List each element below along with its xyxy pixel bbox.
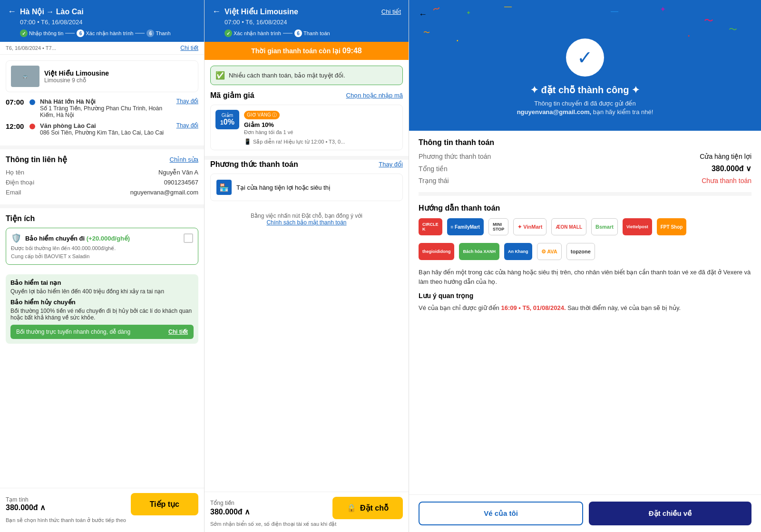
p2-price-info: Tổng tiền 380.000đ ∧	[210, 500, 250, 516]
step-1: ✓ Nhập thông tin	[20, 29, 63, 37]
ava-logo: ⚙ AVA	[537, 243, 562, 260]
discount-badge: Giảm 10%	[215, 110, 239, 129]
arrival-time: 12:00	[6, 122, 25, 130]
step1-label: Nhập thông tin	[29, 30, 63, 37]
phone-row: Điện thoại 0901234567	[6, 179, 198, 186]
topzone-logo: topzone	[566, 243, 595, 260]
discount-header: Mã giảm giá Chọn hoặc nhập mã	[210, 91, 403, 100]
continue-button[interactable]: Tiếp tục	[131, 493, 198, 515]
guide-section: Hướng dẫn thanh toán CIRCLEK ≡ FamilyMar…	[419, 203, 751, 313]
insurance-detail-card: Bảo hiểm tai nạn Quyền lợi bảo hiểm lên …	[6, 274, 198, 344]
family-mart-logo: ≡ FamilyMart	[447, 218, 484, 235]
payment-method-section: Phương thức thanh toán Thay đổi 🏪 Tại cử…	[205, 160, 409, 207]
payment-method-icon: 🏪	[216, 180, 232, 195]
insurance-header: 🛡️ Bảo hiểm chuyến đi (+20.000đ/ghế)	[11, 233, 193, 243]
bus-info: Việt Hiểu Limousine Limousine 9 chỗ	[44, 69, 109, 84]
discount-timer-text: Sắp diễn ra! Hiệu lực từ 12:00 • T3, 0..…	[253, 139, 345, 145]
total-row: Tổng tiền 380.000đ ∨	[419, 164, 751, 173]
change-arrival-btn[interactable]: Thay đổi	[176, 122, 198, 129]
chi-tiet-link-top[interactable]: Chi tiết	[180, 45, 198, 51]
price-value: 380.000đ ∧	[6, 503, 46, 512]
p3-back-icon[interactable]: ←	[419, 10, 427, 19]
panel2-back-icon[interactable]: ←	[212, 7, 221, 17]
panel-trip-info: ← Hà Nội → Lào Cai 07:00 • T6, 16/08/202…	[0, 0, 205, 532]
bus-image: 🚌	[11, 66, 39, 87]
discount-info: GIỜ VÀNG ⓘ Giảm 10% Đơn hàng tối đa 1 vé…	[244, 110, 398, 145]
step2-dot: 6	[77, 29, 84, 37]
p2-step-2: 6 Thanh toán	[294, 29, 330, 37]
security-notice: ✅ Nhiều cách thanh toán, bảo mật tuyệt đ…	[210, 66, 403, 85]
partial-bus-item: T6, 16/08/2024 • T7... Chi tiết	[0, 42, 204, 55]
arrival-dot	[29, 124, 35, 129]
step2-label: Xác nhận hành trình	[86, 30, 133, 37]
edit-contact-btn[interactable]: Chỉnh sửa	[170, 156, 198, 163]
book-button[interactable]: 🔒 Đặt chỗ	[332, 497, 403, 519]
bus-name: Việt Hiểu Limousine	[44, 69, 109, 77]
cancel-title: Bảo hiểm hủy chuyến	[10, 299, 194, 306]
p2-divider	[205, 156, 409, 160]
insurance-detail-btn[interactable]: Chi tiết	[168, 329, 188, 335]
viettelpost-logo: Viettelpost	[623, 218, 652, 235]
insurance-checkbox[interactable]	[184, 233, 193, 243]
total-label: Tổng tiền	[419, 165, 448, 173]
discount-card[interactable]: Giảm 10% GIỜ VÀNG ⓘ Giảm 10% Đơn hàng tố…	[210, 105, 403, 150]
back-icon[interactable]: ←	[8, 7, 16, 17]
panel1-subtitle: 07:00 • T6, 16/08/2024	[20, 19, 196, 26]
bus-type: Limousine 9 chỗ	[44, 77, 109, 84]
step-2: 6 Xác nhận hành trình	[77, 29, 133, 37]
method-value: Cửa hàng tiện lợi	[700, 153, 751, 160]
discount-timer-row: 📱 Sắp diễn ra! Hiệu lực từ 12:00 • T3, 0…	[244, 138, 398, 145]
panel2-detail-link[interactable]: Chi tiết	[381, 8, 401, 15]
p2-step2-label: Thanh toán	[303, 30, 330, 36]
accident-title: Bảo hiểm tai nạn	[10, 279, 194, 286]
departure-station: Nhà Hát lớn Hà Nội	[40, 98, 172, 105]
status-label: Trạng thái	[419, 177, 449, 184]
discount-select-link[interactable]: Chọn hoặc nhập mã	[346, 92, 403, 99]
panel2-content: ✅ Nhiều cách thanh toán, bảo mật tuyệt đ…	[205, 60, 409, 532]
panel-success: 〜 ✦ — 〜 ✦ — 〜 〜 • • ← ✓ ✦ đặt chỗ thành …	[409, 0, 761, 532]
an-khang-logo: An Khang	[504, 243, 532, 260]
important-text: Vé của bạn chỉ được giữ đến 16:09 • T5, …	[419, 303, 751, 313]
bsmart-logo: Bsmart	[591, 218, 618, 235]
departure-dot	[29, 99, 35, 105]
status-value: Chưa thanh toán	[702, 177, 751, 184]
my-ticket-button[interactable]: Vé của tôi	[419, 502, 583, 525]
step-3: 6 Thanh	[146, 29, 170, 37]
p3-header-top: ←	[419, 10, 751, 19]
policy-link[interactable]: Chính sách bảo mật thanh toán	[266, 219, 346, 226]
p2-step2-dot: 6	[294, 29, 302, 37]
p2-step1-dot: ✓	[224, 29, 232, 37]
method-row: Phương thức thanh toán Cửa hàng tiện lợi	[419, 153, 751, 160]
cancel-desc: Bồi thường 100% tiền vé nếu chuyến đi bị…	[10, 308, 194, 321]
p3-divider	[419, 192, 751, 196]
route-section: 07:00 Nhà Hát lớn Hà Nội Số 1 Tràng Tiền…	[0, 98, 204, 145]
arrival-row: 12:00 Văn phòng Lào Cai 086 Soi Tiên, Ph…	[6, 122, 198, 136]
payment-timer: Thời gian thanh toán còn lại 09:48	[205, 42, 409, 60]
panel2-bottom-bar: Tổng tiền 380.000đ ∧ 🔒 Đặt chỗ Sớm nhận …	[205, 492, 409, 532]
mini-stop-logo: MINISTOP	[488, 218, 508, 235]
vinmart-logo: ✦ VinMart	[513, 218, 546, 235]
return-ticket-button[interactable]: Đặt chiều về	[589, 502, 751, 525]
insurance-title: Bảo hiểm chuyến đi (+20.000đ/ghế)	[25, 235, 180, 242]
p2-total-value: 380.000đ ∧	[210, 507, 250, 516]
status-row: Trạng thái Chưa thanh toán	[419, 177, 751, 184]
phone-label: Điện thoại	[6, 179, 34, 186]
change-departure-btn[interactable]: Thay đổi	[176, 98, 198, 105]
panel1-bottom-bar: Tạm tính 380.000đ ∧ Tiếp tục Bạn sẽ chọn…	[0, 488, 204, 532]
panel2-header: ← Việt Hiểu Limousine Chi tiết 07:00 • T…	[205, 0, 409, 42]
email-label: Email	[6, 189, 21, 196]
price-row: Tạm tính 380.000đ ∧ Tiếp tục	[6, 493, 198, 515]
method-label: Phương thức thanh toán	[419, 153, 491, 160]
partial-date: T6, 16/08/2024 • T7...	[6, 45, 56, 51]
price-info: Tạm tính 380.000đ ∧	[6, 496, 46, 512]
discount-card-sub: Đơn hàng tối đa 1 vé	[244, 129, 398, 135]
fpt-logo: FPT Shop	[657, 218, 687, 235]
insurance-footer: Bồi thường trực tuyến nhanh chóng, dễ dà…	[10, 325, 194, 339]
whatsapp-icon: 📱	[244, 138, 251, 145]
important-note-title: Lưu ý quan trọng	[419, 292, 751, 300]
name-row: Họ tên Nguyễn Văn A	[6, 169, 198, 176]
p3-header: 〜 ✦ — 〜 ✦ — 〜 〜 • • ← ✓ ✦ đặt chỗ thành …	[409, 0, 761, 131]
payment-method-title: Phương thức thanh toán	[210, 160, 298, 169]
total-value: 380.000đ ∨	[712, 164, 751, 173]
payment-change-btn[interactable]: Thay đổi	[379, 161, 403, 168]
